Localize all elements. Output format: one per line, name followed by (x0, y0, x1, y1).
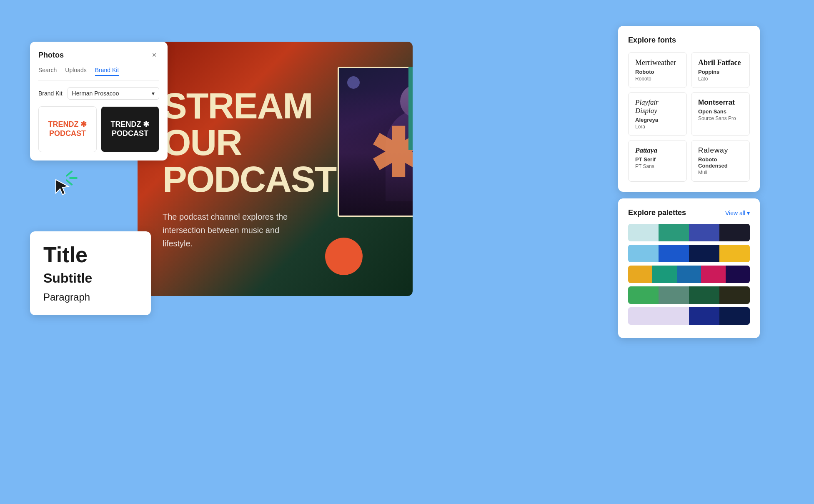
swatch-1-3 (689, 224, 719, 241)
orange-circle-decoration (325, 238, 363, 275)
font-sub1-raleway: Roboto Condensed (698, 156, 743, 169)
swatch-2-3 (689, 245, 719, 262)
swatch-5-3 (719, 307, 750, 325)
teal-stripe-decoration (408, 67, 413, 150)
photos-panel-header: Photos × (38, 50, 159, 60)
brand-kit-label: Brand Kit (38, 90, 63, 97)
photos-panel: Photos × Search Uploads Brand Kit Brand … (30, 42, 168, 160)
dropdown-value: Herman Prosacoo (72, 90, 119, 97)
main-banner: STREAMOURPODCAST The podcast channel exp… (138, 42, 413, 296)
typography-card: Title Subtitle Paragraph (30, 231, 151, 315)
typography-subtitle: Subtitle (43, 270, 138, 286)
font-sub1-abril: Poppins (698, 69, 743, 75)
swatch-5-1 (628, 307, 689, 325)
font-card-pattaya[interactable]: Pattaya PT Serif PT Sans (628, 140, 687, 182)
photos-tabs: Search Uploads Brand Kit (38, 67, 159, 80)
swatch-1-4 (719, 224, 750, 241)
explore-palettes-title: Explore palettes (628, 208, 686, 217)
view-all-link[interactable]: View all ▾ (725, 210, 750, 216)
typography-paragraph: Paragraph (43, 291, 138, 303)
font-sub1-pattaya: PT Serif (635, 156, 680, 163)
swatch-4-3 (689, 286, 719, 304)
font-main-montserrat: Montserrat (698, 98, 743, 107)
tab-uploads[interactable]: Uploads (65, 67, 86, 76)
palettes-header: Explore palettes View all ▾ (628, 208, 750, 217)
font-card-raleway[interactable]: Raleway Roboto Condensed Muli (691, 140, 750, 182)
swatch-5-2 (689, 307, 719, 325)
photos-panel-title: Photos (38, 51, 64, 60)
font-sub2-merriweather: Roboto (635, 76, 680, 82)
font-sub2-abril: Lato (698, 76, 743, 82)
explore-fonts-panel: Explore fonts Merriweather Roboto Roboto… (618, 26, 760, 192)
palette-row-2[interactable] (628, 245, 750, 262)
swatch-2-4 (719, 245, 750, 262)
palette-row-1[interactable] (628, 224, 750, 241)
explore-palettes-panel: Explore palettes View all ▾ (618, 198, 760, 338)
swatch-4-2 (659, 286, 689, 304)
banner-asterisk-icon: ✱ (369, 121, 413, 188)
explore-fonts-title: Explore fonts (628, 36, 750, 45)
swatch-3-1 (628, 266, 652, 283)
font-main-playfair: Playfair Display (635, 98, 680, 115)
typography-title: Title (43, 243, 138, 267)
fonts-grid: Merriweather Roboto Roboto Abril Fatface… (628, 52, 750, 182)
font-main-pattaya: Pattaya (635, 146, 680, 155)
logo-card-orange[interactable]: TRENDZ ✱PODCAST (38, 106, 97, 152)
close-button[interactable]: × (149, 50, 159, 60)
logo-card-dark[interactable]: TRENDZ ✱PODCAST (101, 106, 159, 152)
swatch-2-2 (659, 245, 689, 262)
swatch-3-2 (652, 266, 676, 283)
font-main-merriweather: Merriweather (635, 58, 680, 67)
palette-row-3[interactable] (628, 266, 750, 283)
brand-kit-row: Brand Kit Herman Prosacoo ▾ (38, 87, 159, 100)
font-card-playfair[interactable]: Playfair Display Alegreya Lora (628, 92, 687, 136)
chevron-down-icon: ▾ (152, 90, 155, 97)
cursor-area (54, 173, 88, 206)
logo-text-white: TRENDZ ✱PODCAST (111, 120, 150, 138)
font-sub2-montserrat: Source Sans Pro (698, 115, 743, 121)
font-card-merriweather[interactable]: Merriweather Roboto Roboto (628, 52, 687, 88)
palette-row-4[interactable] (628, 286, 750, 304)
font-sub2-pattaya: PT Sans (635, 163, 680, 169)
font-sub1-montserrat: Open Sans (698, 108, 743, 115)
click-lines (67, 175, 78, 181)
swatch-1-1 (628, 224, 659, 241)
brand-kit-dropdown[interactable]: Herman Prosacoo ▾ (68, 87, 159, 100)
logo-text-orange: TRENDZ ✱PODCAST (48, 120, 87, 138)
swatch-3-3 (677, 266, 701, 283)
swatch-2-1 (628, 245, 659, 262)
banner-subtext: The podcast channel explores the interse… (163, 210, 296, 250)
font-sub2-playfair: Lora (635, 124, 680, 130)
swatch-1-2 (659, 224, 689, 241)
swatch-4-1 (628, 286, 659, 304)
tab-brand-kit[interactable]: Brand Kit (95, 67, 119, 76)
logo-grid: TRENDZ ✱PODCAST TRENDZ ✱PODCAST (38, 106, 159, 152)
tab-search[interactable]: Search (38, 67, 57, 76)
palette-row-5[interactable] (628, 307, 750, 325)
swatch-4-4 (719, 286, 750, 304)
font-sub1-merriweather: Roboto (635, 69, 680, 75)
font-main-raleway: Raleway (698, 146, 743, 155)
swatch-3-4 (701, 266, 725, 283)
swatch-3-5 (726, 266, 750, 283)
font-sub1-playfair: Alegreya (635, 117, 680, 123)
svg-marker-0 (56, 180, 68, 195)
font-sub2-raleway: Muli (698, 170, 743, 176)
view-all-label: View all (725, 210, 745, 216)
font-card-abril[interactable]: Abril Fatface Poppins Lato (691, 52, 750, 88)
chevron-down-icon-palettes: ▾ (747, 210, 750, 216)
font-main-abril: Abril Fatface (698, 58, 743, 67)
font-card-montserrat[interactable]: Montserrat Open Sans Source Sans Pro (691, 92, 750, 136)
